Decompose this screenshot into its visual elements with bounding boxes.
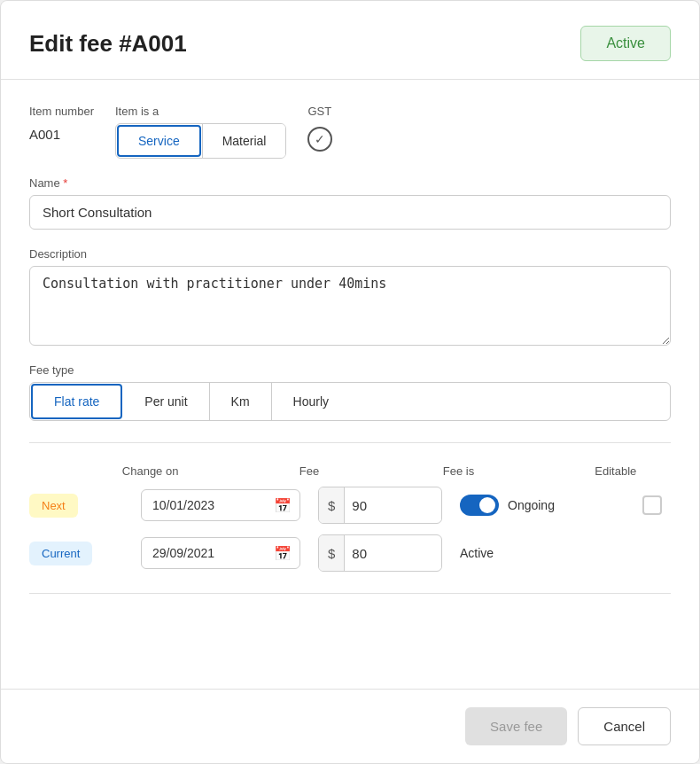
modal-title: Edit fee #A001 xyxy=(29,30,187,58)
name-label: Name xyxy=(29,176,671,190)
fee-current-wrapper: $ ▲ ▼ xyxy=(318,534,442,572)
item-is-toggle-group: Service Material xyxy=(115,123,286,159)
item-is-service-button[interactable]: Service xyxy=(117,125,201,157)
fee-table: Change on Fee Fee is Editable Next 📅 $ xyxy=(29,464,671,572)
fee-row-next: Next 📅 $ ▲ ▼ xyxy=(29,487,671,524)
fee-type-group: Fee type Flat rate Per unit Km Hourly xyxy=(29,363,671,421)
fee-current-currency: $ xyxy=(319,535,345,571)
divider-1 xyxy=(29,442,671,443)
item-is-label: Item is a xyxy=(115,105,286,118)
badge-current: Current xyxy=(29,542,92,565)
fee-next-wrapper: $ ▲ ▼ xyxy=(318,487,442,524)
gst-group: GST ✓ xyxy=(307,105,332,152)
modal-footer: Save fee Cancel xyxy=(1,689,699,763)
fee-table-header: Change on Fee Fee is Editable xyxy=(29,464,671,487)
active-label: Active xyxy=(460,546,494,560)
gst-check-icon: ✓ xyxy=(307,127,332,152)
modal-body: Item number A001 Item is a Service Mater… xyxy=(1,80,699,689)
gst-label: GST xyxy=(307,105,332,118)
change-on-next-wrapper: 📅 xyxy=(141,489,300,521)
fee-row-current: Current 📅 $ ▲ ▼ Active xyxy=(29,534,671,572)
fee-is-next-wrapper: Ongoing xyxy=(460,495,611,516)
save-fee-button[interactable]: Save fee xyxy=(465,707,567,745)
fee-next-currency: $ xyxy=(319,487,345,523)
fee-type-toggle-group: Flat rate Per unit Km Hourly xyxy=(29,382,671,421)
name-group: Name xyxy=(29,176,671,230)
edit-fee-modal: Edit fee #A001 Active Item number A001 I… xyxy=(0,0,700,764)
item-is-group: Item is a Service Material xyxy=(115,105,286,159)
ongoing-toggle[interactable] xyxy=(460,495,499,516)
name-input[interactable] xyxy=(29,195,671,230)
fee-type-hourly-button[interactable]: Hourly xyxy=(272,383,350,420)
fee-is-current-wrapper: Active xyxy=(460,546,611,560)
change-on-current-wrapper: 📅 xyxy=(141,537,300,569)
badge-next: Next xyxy=(29,494,78,518)
fee-type-km-button[interactable]: Km xyxy=(210,383,272,420)
fee-next-input[interactable] xyxy=(345,491,442,520)
change-on-next-input[interactable] xyxy=(141,489,300,521)
ongoing-label: Ongoing xyxy=(508,498,555,512)
fee-type-per-unit-button[interactable]: Per unit xyxy=(123,383,209,420)
description-textarea[interactable]: Consultation with practitioner under 40m… xyxy=(29,266,671,346)
item-number-value: A001 xyxy=(29,123,94,142)
col-editable-header: Editable xyxy=(595,464,671,478)
fee-current-input[interactable] xyxy=(345,539,442,568)
col-change-on-header: Change on xyxy=(122,464,299,478)
editable-next-wrapper xyxy=(642,495,662,515)
editable-next-checkbox[interactable] xyxy=(642,495,662,515)
col-fee-header: Fee xyxy=(299,464,443,478)
description-label: Description xyxy=(29,247,671,261)
status-badge: Active xyxy=(580,26,671,61)
item-is-material-button[interactable]: Material xyxy=(202,124,286,158)
item-number-label: Item number xyxy=(29,105,94,118)
col-fee-is-header: Fee is xyxy=(443,464,595,478)
change-on-current-input[interactable] xyxy=(141,537,300,569)
item-type-row: Item number A001 Item is a Service Mater… xyxy=(29,105,671,159)
fee-type-label: Fee type xyxy=(29,363,671,377)
item-number-group: Item number A001 xyxy=(29,105,94,142)
cancel-button[interactable]: Cancel xyxy=(578,707,671,745)
description-group: Description Consultation with practition… xyxy=(29,247,671,346)
divider-2 xyxy=(29,593,671,594)
fee-type-flat-rate-button[interactable]: Flat rate xyxy=(31,384,122,419)
modal-header: Edit fee #A001 Active xyxy=(1,1,699,80)
